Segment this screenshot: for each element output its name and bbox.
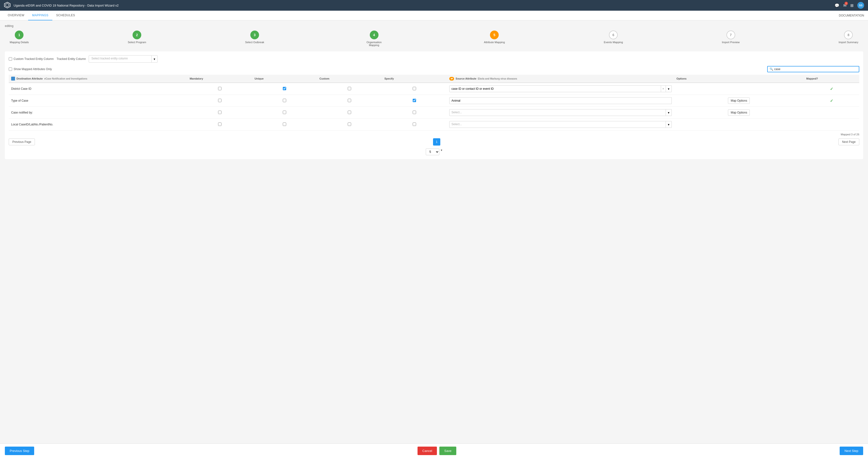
custom-checkbox[interactable] <box>348 122 351 126</box>
unique-checkbox[interactable] <box>283 111 286 114</box>
svg-marker-0 <box>4 2 10 8</box>
step-7-label: Import Preview <box>722 41 740 44</box>
step-4-circle[interactable]: 4 <box>370 31 378 39</box>
specify-cell[interactable] <box>382 95 447 107</box>
mapping-card: Custom Tracked Entity Column Tracked Ent… <box>5 51 863 159</box>
specify-checkbox[interactable] <box>413 122 416 126</box>
custom-checkbox[interactable] <box>348 99 351 102</box>
step-1-label: Mapping Details <box>10 41 29 44</box>
source-dropdown-button[interactable]: ▾ <box>666 121 672 128</box>
grid-icon[interactable]: ⊞ <box>850 3 854 8</box>
specify-checkbox[interactable] <box>413 99 416 102</box>
step-1-circle[interactable]: 1 <box>15 31 24 39</box>
tab-overview[interactable]: OVERVIEW <box>4 11 28 20</box>
source-cell[interactable]: Select...▾ <box>447 119 674 131</box>
avatar[interactable]: SS <box>857 2 864 9</box>
mandatory-checkbox[interactable] <box>218 111 221 114</box>
mandatory-cell[interactable] <box>187 95 252 107</box>
step-2-circle[interactable]: 2 <box>132 31 141 39</box>
next-page-button[interactable]: Next Page <box>838 139 859 145</box>
mail-icon[interactable]: ✉ 2 <box>843 3 846 8</box>
unique-cell[interactable] <box>252 107 317 119</box>
show-mapped-checkbox[interactable] <box>9 67 12 71</box>
source-text-input[interactable] <box>449 97 672 104</box>
th-mandatory: Mandatory <box>187 75 252 83</box>
mapped-checkmark: ✓ <box>830 87 833 91</box>
mandatory-checkbox[interactable] <box>218 87 221 90</box>
specify-cell[interactable] <box>382 83 447 95</box>
custom-cell[interactable] <box>317 95 382 107</box>
unique-cell[interactable] <box>252 119 317 131</box>
th-unique: Unique <box>252 75 317 83</box>
source-select-placeholder[interactable]: Select... <box>449 121 666 128</box>
source-cell[interactable] <box>447 95 674 107</box>
page-1-button[interactable]: 1 <box>433 138 440 146</box>
mapped-count: Mapped 3 of 26 <box>9 133 859 136</box>
search-box[interactable]: 🔍 <box>767 66 859 72</box>
step-3-circle[interactable]: 3 <box>250 31 259 39</box>
search-input[interactable] <box>774 67 857 71</box>
source-cell[interactable]: ×▾ <box>447 83 674 95</box>
step-1: 1 Mapping Details <box>10 31 29 44</box>
step-5-circle[interactable]: 5 <box>490 31 499 39</box>
specify-checkbox[interactable] <box>413 111 416 114</box>
step-7-circle[interactable]: 7 <box>726 31 735 39</box>
show-mapped-label[interactable]: Show Mapped Attributes Only <box>9 67 52 71</box>
options-cell <box>674 119 804 131</box>
step-8-label: Import Summary <box>839 41 858 44</box>
custom-cell[interactable] <box>317 107 382 119</box>
step-8-circle[interactable]: 8 <box>844 31 853 39</box>
specify-cell[interactable] <box>382 119 447 131</box>
cancel-button[interactable]: Cancel <box>417 447 437 455</box>
step-4-label: Organisation Mapping <box>363 41 385 47</box>
mapped-cell: ✓ <box>804 95 859 107</box>
custom-tracked-entity-checkbox[interactable] <box>9 57 12 61</box>
step-3: 3 Select Outbreak <box>245 31 264 44</box>
dest-table-icon <box>11 77 15 81</box>
source-text-input[interactable] <box>449 85 661 92</box>
tracked-entity-select-input[interactable]: Select tracked entity column <box>89 55 152 63</box>
custom-tracked-entity-label[interactable]: Custom Tracked Entity Column <box>9 57 54 61</box>
per-page-select[interactable]: 5 10 20 50 <box>426 148 439 155</box>
tab-mappings[interactable]: MAPPINGS <box>28 11 52 20</box>
specify-checkbox[interactable] <box>413 87 416 90</box>
mandatory-checkbox[interactable] <box>218 99 221 102</box>
tab-schedules[interactable]: SCHEDULES <box>52 11 79 20</box>
mandatory-cell[interactable] <box>187 107 252 119</box>
table-row: District Case ID×▾✓ <box>9 83 859 95</box>
specify-cell[interactable] <box>382 107 447 119</box>
step-3-label: Select Outbreak <box>245 41 264 44</box>
table-row: Type of CaseMap Options✓ <box>9 95 859 107</box>
source-dropdown-button[interactable]: ▾ <box>666 85 672 92</box>
mandatory-checkbox[interactable] <box>218 122 221 126</box>
unique-cell[interactable] <box>252 83 317 95</box>
source-clear-button[interactable]: × <box>661 85 666 92</box>
custom-checkbox[interactable] <box>348 111 351 114</box>
show-mapped-row: Show Mapped Attributes Only 🔍 <box>9 66 859 72</box>
documentation-link[interactable]: DOCUMENTATION <box>839 14 864 17</box>
custom-cell[interactable] <box>317 83 382 95</box>
source-dropdown-button[interactable]: ▾ <box>666 109 672 116</box>
main-content: editing 1 Mapping Details 2 Select Progr… <box>0 20 868 443</box>
next-step-button[interactable]: Next Step <box>840 447 863 455</box>
source-select-placeholder[interactable]: Select... <box>449 109 666 116</box>
step-6-circle[interactable]: 6 <box>609 31 618 39</box>
map-options-button[interactable]: Map Options <box>728 97 750 104</box>
custom-checkbox[interactable] <box>348 87 351 90</box>
tracked-entity-select[interactable]: Select tracked entity column ▾ <box>89 55 157 63</box>
steps-bar: 1 Mapping Details 2 Select Program 3 Sel… <box>5 31 863 47</box>
chat-icon[interactable]: 💬 <box>835 3 839 8</box>
custom-cell[interactable] <box>317 119 382 131</box>
map-options-button[interactable]: Map Options <box>728 109 750 116</box>
mandatory-cell[interactable] <box>187 119 252 131</box>
prev-page-button[interactable]: Previous Page <box>9 139 35 145</box>
prev-step-button[interactable]: Previous Step <box>5 447 34 455</box>
source-cell[interactable]: Select...▾ <box>447 107 674 119</box>
mandatory-cell[interactable] <box>187 83 252 95</box>
unique-checkbox[interactable] <box>283 99 286 102</box>
tracked-entity-dropdown-btn[interactable]: ▾ <box>152 55 157 63</box>
unique-checkbox[interactable] <box>283 122 286 126</box>
save-button[interactable]: Save <box>439 447 456 455</box>
unique-cell[interactable] <box>252 95 317 107</box>
unique-checkbox[interactable] <box>283 87 286 90</box>
